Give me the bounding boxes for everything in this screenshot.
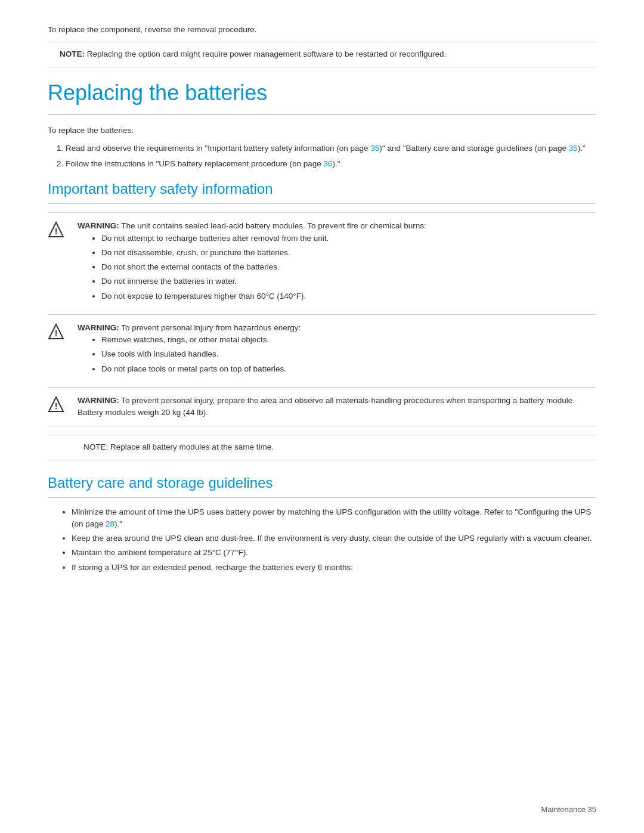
svg-text:!: ! [55, 401, 58, 411]
bullet-item: Do not place tools or metal parts on top… [101, 363, 596, 375]
sub-title-safety: Important battery safety information [48, 178, 596, 204]
link-step1-a[interactable]: 35 [370, 144, 379, 153]
footer-section: Maintenance [541, 805, 585, 814]
warning-2-content: WARNING: To prevent personal injury from… [78, 322, 596, 380]
bullet-item: Do not immerse the batteries in water. [101, 275, 596, 287]
care-bullet-3: Maintain the ambient temperature at 25°C… [72, 547, 596, 559]
warning-2-bullets: Remove watches, rings, or other metal ob… [78, 334, 596, 375]
warning-2-label: WARNING: [78, 323, 119, 332]
warning-1-intro: The unit contains sealed lead-acid batte… [121, 221, 426, 230]
note-block: NOTE: Replacing the option card might re… [48, 42, 596, 67]
warning-3-label: WARNING: [78, 396, 119, 405]
steps-list: Read and observe the requirements in "Im… [48, 143, 596, 171]
warning-1-label: WARNING: [78, 221, 119, 230]
care-bullet-1: Minimize the amount of time the UPS uses… [72, 506, 596, 531]
note-inner-label: NOTE: [83, 442, 108, 451]
warning-icon-3: ! [48, 396, 69, 416]
warning-1-bullets: Do not attempt to recharge batteries aft… [78, 233, 596, 302]
warning-1-content: WARNING: The unit contains sealed lead-a… [78, 220, 596, 307]
note-content: Replacing the option card might require … [87, 49, 447, 58]
bullet-item: Do not expose to temperatures higher tha… [101, 290, 596, 302]
link-step2[interactable]: 36 [324, 159, 333, 168]
link-care-1[interactable]: 28 [106, 519, 114, 528]
step-1: Read and observe the requirements in "Im… [66, 143, 596, 154]
warning-3-intro: To prevent personal injury, prepare the … [78, 396, 575, 417]
main-title: Replacing the batteries [48, 77, 596, 115]
link-step1-b[interactable]: 35 [569, 144, 578, 153]
bullet-item: Use tools with insulated handles. [101, 348, 596, 360]
note-inner-content: Replace all battery modules at the same … [110, 442, 274, 451]
sub-title-care: Battery care and storage guidelines [48, 472, 596, 498]
svg-text:!: ! [55, 227, 58, 236]
svg-text:!: ! [55, 329, 58, 338]
care-bullets: Minimize the amount of time the UPS uses… [48, 506, 596, 574]
warning-3: ! WARNING: To prevent personal injury, p… [48, 388, 596, 427]
warning-1: ! WARNING: The unit contains sealed lead… [48, 213, 596, 315]
note-inner: NOTE: Replace all battery modules at the… [48, 435, 596, 460]
step-2: Follow the instructions in "UPS battery … [66, 158, 596, 170]
warning-icon-1: ! [48, 221, 69, 241]
warning-2-intro: To prevent personal injury from hazardou… [121, 323, 301, 332]
bullet-item: Do not attempt to recharge batteries aft… [101, 233, 596, 244]
warnings-section: ! WARNING: The unit contains sealed lead… [48, 212, 596, 426]
footer: Maintenance 35 [541, 804, 596, 816]
care-bullet-2: Keep the area around the UPS clean and d… [72, 532, 596, 544]
bullet-item: Do not short the external contacts of th… [101, 261, 596, 273]
warning-3-content: WARNING: To prevent personal injury, pre… [78, 395, 596, 419]
warning-2: ! WARNING: To prevent personal injury fr… [48, 315, 596, 388]
care-bullet-4: If storing a UPS for an extended period,… [72, 562, 596, 574]
bullet-item: Do not disassemble, crush, or puncture t… [101, 247, 596, 259]
note-label: NOTE: [60, 49, 85, 58]
intro-text: To replace the batteries: [48, 125, 596, 137]
warning-icon-2: ! [48, 323, 69, 343]
bullet-item: Remove watches, rings, or other metal ob… [101, 334, 596, 346]
top-note: To replace the component, reverse the re… [48, 24, 596, 36]
footer-page: 35 [588, 805, 596, 814]
